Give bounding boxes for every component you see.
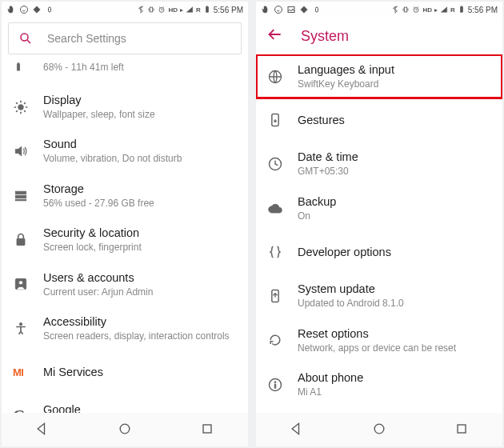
svg-rect-3 [150,7,153,12]
battery-icon [458,6,466,14]
hd-indicator: HD [422,6,432,14]
battery-icon [203,6,211,14]
settings-list: 68% - 11h 41m left Display Wallpaper, sl… [2,58,248,413]
svg-rect-14 [17,238,25,245]
svg-rect-8 [17,64,20,70]
gallery-icon [286,5,296,14]
lock-icon [13,232,43,248]
settings-row-users[interactable]: Users & accounts Current user: Arjun Adm… [2,262,248,306]
svg-rect-30 [461,6,462,7]
system-row-update[interactable]: System update Updated to Android 8.1.0 [256,274,502,318]
search-icon [18,31,33,46]
signal-icon [440,6,448,14]
nav-recent-button[interactable] [199,421,215,440]
svg-rect-13 [15,199,26,201]
settings-row-sound[interactable]: Sound Volume, vibration, Do not disturb [2,129,248,173]
globe-icon [267,69,298,85]
hd-indicator: HD [168,6,178,14]
system-row-reset[interactable]: Reset options Network, apps or device ca… [256,318,502,362]
status-bar: HD ▸ R 5:56 PM [2,2,248,18]
system-row-languages[interactable]: Languages & input SwiftKey Keyboard [256,54,502,98]
info-icon [267,377,298,393]
watch-icon [312,5,322,14]
search-input[interactable] [47,32,231,45]
nav-back-button[interactable] [34,421,50,440]
navigation-bar [2,413,248,446]
svg-rect-9 [18,63,19,64]
system-row-gestures[interactable]: Gestures [256,98,502,142]
nav-back-button[interactable] [289,421,305,440]
clock-icon [267,156,298,172]
svg-rect-26 [316,7,318,12]
nav-home-button[interactable] [371,421,387,440]
mi-logo-icon: MI [13,366,43,378]
svg-rect-37 [274,384,276,388]
vibrate-icon [402,6,410,14]
settings-row-battery[interactable]: 68% - 11h 41m left [2,58,248,85]
whatsapp-icon [274,5,283,14]
svg-point-0 [21,6,28,14]
reset-icon [267,332,298,348]
accessibility-icon [13,321,43,337]
whatsapp-icon [19,5,29,14]
system-row-developer[interactable]: Developer options [256,230,502,274]
alarm-icon [412,6,420,14]
settings-row-mi-services[interactable]: MI Mi Services [2,351,248,394]
braces-icon [267,244,298,260]
settings-row-accessibility[interactable]: Accessibility Screen readers, display, i… [2,306,248,350]
header-bar: System [256,18,502,54]
brightness-icon [299,5,309,14]
system-row-backup[interactable]: Backup On [256,186,502,230]
svg-rect-22 [203,425,211,433]
vibrate-icon [147,6,155,14]
google-logo-icon: G [13,407,43,413]
page-title: System [301,28,349,45]
system-row-about[interactable]: About phone Mi A1 [256,362,502,406]
alarm-icon [158,6,166,14]
system-row-datetime[interactable]: Date & time GMT+05:30 [256,142,502,186]
bluetooth-icon [137,6,145,14]
system-settings-screen: HD ▸ R 5:56 PM System Languages & input … [256,2,502,446]
search-settings-bar[interactable] [8,22,242,54]
cloud-icon [267,201,298,217]
svg-rect-27 [405,7,407,12]
settings-row-security[interactable]: Security & location Screen lock, fingerp… [2,218,248,262]
settings-row-storage[interactable]: Storage 56% used - 27.96 GB free [2,174,248,218]
user-icon [13,276,43,292]
svg-point-16 [19,281,23,285]
signal-icon [186,6,194,14]
svg-rect-11 [15,191,26,194]
svg-point-7 [21,34,28,41]
settings-row-google[interactable]: G Google Services & preferences [2,394,248,413]
system-list: Languages & input SwiftKey Keyboard Gest… [256,54,502,413]
roaming-indicator: R [450,6,455,14]
svg-rect-2 [49,7,51,12]
sound-icon [13,143,43,159]
back-button[interactable] [267,26,283,46]
battery-sub: 68% - 11h 41m left [43,62,237,74]
status-clock: 5:56 PM [214,6,243,14]
svg-rect-12 [15,195,26,198]
storage-icon [13,188,43,204]
roaming-indicator: R [196,6,201,14]
gestures-icon [267,112,298,128]
nav-recent-button[interactable] [454,421,470,440]
svg-point-10 [18,104,24,110]
status-bar: HD ▸ R 5:56 PM [256,2,502,18]
svg-rect-29 [460,7,462,13]
bluetooth-icon [391,6,399,14]
svg-rect-1 [34,6,40,13]
svg-rect-25 [301,6,307,13]
svg-point-36 [274,382,276,383]
hand-icon [261,5,270,14]
svg-point-21 [120,424,130,434]
watch-icon [45,5,54,14]
navigation-bar [256,413,502,446]
nav-home-button[interactable] [117,421,133,440]
update-icon [267,288,298,304]
brightness-icon [32,5,42,14]
arrow-left-icon [267,31,283,45]
svg-rect-39 [458,425,466,433]
settings-row-display[interactable]: Display Wallpaper, sleep, font size [2,85,248,129]
svg-point-23 [275,6,282,14]
